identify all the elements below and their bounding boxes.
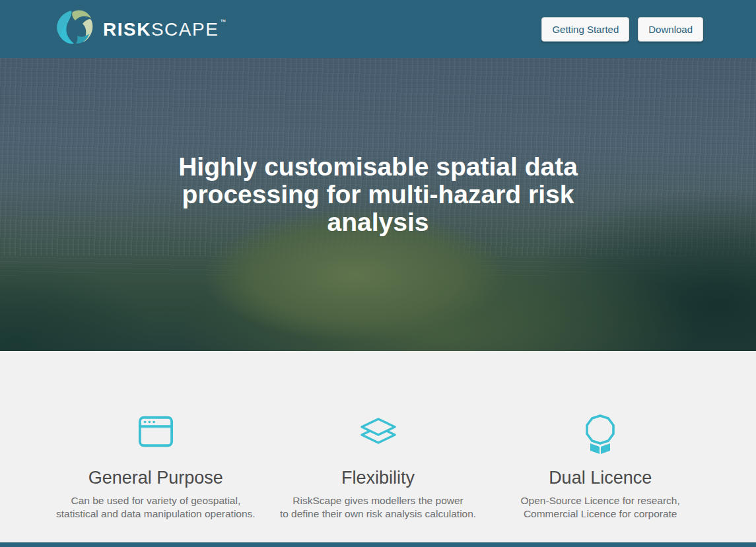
features-row: General Purpose Can be used for variety … bbox=[45, 414, 712, 520]
next-section-top-strip bbox=[0, 542, 756, 547]
feature-dual-licence: Dual Licence Open-Source Licence for res… bbox=[489, 414, 712, 520]
feature-icon-wrap bbox=[267, 414, 489, 457]
riskscape-logo[interactable]: RISKSCAPE™ bbox=[53, 8, 226, 50]
feature-desc-line2: Commercial Licence for corporate bbox=[489, 507, 712, 520]
trademark-symbol: ™ bbox=[220, 18, 226, 25]
feature-general-purpose: General Purpose Can be used for variety … bbox=[45, 414, 267, 520]
riskscape-wordmark: RISKSCAPE™ bbox=[103, 19, 226, 39]
feature-title: General Purpose bbox=[45, 467, 267, 488]
feature-desc-line1: Can be used for variety of geospatial, bbox=[45, 494, 267, 507]
header-container: RISKSCAPE™ Getting Started Download bbox=[53, 8, 703, 50]
feature-desc-line1: RiskScape gives modellers the power bbox=[267, 494, 489, 507]
feature-desc-line2: to define their own risk analysis calcul… bbox=[267, 507, 489, 520]
riskscape-globe-logo-icon bbox=[53, 8, 95, 50]
browser-window-icon bbox=[138, 414, 174, 449]
feature-icon-wrap bbox=[45, 414, 267, 457]
features-section: General Purpose Can be used for variety … bbox=[0, 351, 756, 542]
layers-icon bbox=[359, 418, 397, 449]
hero-headline: Highly customisable spatial data process… bbox=[0, 58, 756, 236]
wordmark-light: SCAPE bbox=[151, 19, 219, 40]
feature-description: Open-Source Licence for research, Commer… bbox=[489, 494, 712, 519]
feature-title: Flexibility bbox=[267, 467, 489, 488]
feature-desc-line1: Open-Source Licence for research, bbox=[489, 494, 712, 507]
hero-headline-line3: analysis bbox=[0, 209, 756, 236]
feature-title: Dual Licence bbox=[489, 467, 712, 488]
wordmark-bold: RISK bbox=[103, 19, 151, 40]
site-header: RISKSCAPE™ Getting Started Download bbox=[0, 0, 756, 58]
feature-desc-line2: statistical and data manipulation operat… bbox=[45, 507, 267, 520]
hero-section: Highly customisable spatial data process… bbox=[0, 58, 756, 351]
award-ribbon-icon bbox=[585, 414, 615, 455]
feature-description: RiskScape gives modellers the power to d… bbox=[267, 494, 489, 519]
feature-flexibility: Flexibility RiskScape gives modellers th… bbox=[267, 414, 489, 520]
feature-description: Can be used for variety of geospatial, s… bbox=[45, 494, 267, 519]
getting-started-button[interactable]: Getting Started bbox=[541, 17, 629, 42]
feature-icon-wrap bbox=[489, 414, 712, 457]
hero-headline-line2: processing for multi-hazard risk bbox=[0, 181, 756, 209]
download-button[interactable]: Download bbox=[638, 17, 703, 42]
header-buttons: Getting Started Download bbox=[533, 17, 703, 42]
hero-headline-line1: Highly customisable spatial data bbox=[0, 153, 756, 181]
